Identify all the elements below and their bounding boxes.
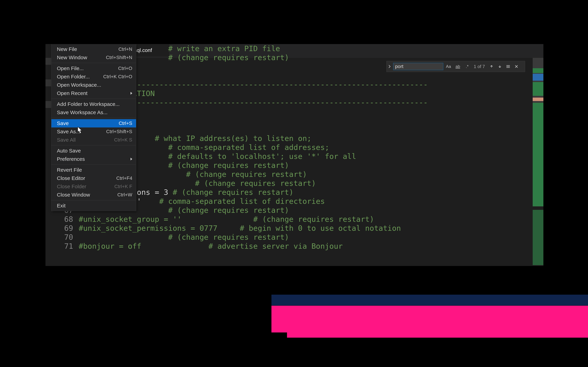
menu-item-label: Save Workspace As... bbox=[57, 109, 132, 115]
find-selection-icon[interactable] bbox=[505, 63, 511, 70]
menu-item-close-editor[interactable]: Close EditorCtrl+F4 bbox=[51, 174, 136, 182]
menu-item-shortcut: Ctrl+O bbox=[118, 66, 132, 71]
code-text: #unix_socket_permissions = 0777 # begin … bbox=[79, 224, 401, 233]
find-close-icon[interactable] bbox=[513, 63, 520, 70]
menu-item-label: Add Folder to Workspace... bbox=[57, 101, 132, 107]
code-text: # (change requires restart) bbox=[79, 233, 289, 242]
menu-item-open-workspace[interactable]: Open Workspace... bbox=[51, 81, 136, 89]
menu-item-label: New Window bbox=[57, 55, 106, 60]
code-text: #bonjour = off # advertise server via Bo… bbox=[79, 242, 343, 250]
menu-item-save-as[interactable]: Save As...Ctrl+Shift+S bbox=[51, 127, 136, 136]
menu-item-save-workspace-as[interactable]: Save Workspace As... bbox=[51, 108, 136, 117]
code-line: 69#unix_socket_permissions = 0777 # begi… bbox=[58, 224, 531, 233]
find-bar: port Aa ab .* 1 of 7 bbox=[386, 61, 525, 72]
menu-item-label: Save bbox=[57, 120, 119, 126]
chevron-right-icon bbox=[130, 158, 132, 160]
menu-separator bbox=[51, 118, 136, 118]
menu-item-label: Save All bbox=[57, 137, 114, 143]
pointer-cursor-icon bbox=[77, 126, 83, 134]
menu-item-label: Exit bbox=[57, 203, 132, 209]
code-line: 68#unix_socket_group = '' # (change requ… bbox=[58, 215, 531, 224]
menu-item-shortcut: Ctrl+K Ctrl+O bbox=[103, 74, 132, 79]
menu-item-new-window[interactable]: New WindowCtrl+Shift+N bbox=[51, 53, 136, 62]
menu-item-shortcut: Ctrl+Shift+S bbox=[106, 129, 132, 134]
menu-item-close-folder: Close FolderCtrl+K F bbox=[51, 182, 136, 191]
find-whole-word-button[interactable]: ab bbox=[454, 63, 462, 70]
menu-item-label: Open Workspace... bbox=[57, 82, 132, 88]
menu-separator bbox=[51, 164, 136, 165]
code-line: 70 # (change requires restart) bbox=[58, 233, 531, 242]
line-number: 69 bbox=[58, 224, 79, 233]
menu-item-label: Open File... bbox=[57, 66, 118, 71]
menu-item-revert-file[interactable]: Revert File bbox=[51, 166, 136, 174]
menu-item-label: Revert File bbox=[57, 167, 132, 173]
overlay-banner-strip bbox=[287, 332, 588, 338]
menu-item-label: Preferences bbox=[57, 156, 128, 162]
chevron-right-icon bbox=[130, 92, 132, 95]
menu-separator bbox=[51, 99, 136, 99]
menu-item-shortcut: Ctrl+F4 bbox=[116, 175, 132, 181]
menu-item-open-file[interactable]: Open File...Ctrl+O bbox=[51, 64, 136, 73]
find-next-icon[interactable] bbox=[496, 63, 503, 70]
menu-separator bbox=[51, 145, 136, 145]
menu-item-shortcut: Ctrl+Shift+N bbox=[106, 55, 132, 60]
menu-item-save-all: Save AllCtrl+K S bbox=[51, 136, 136, 144]
file-menu: New FileCtrl+NNew WindowCtrl+Shift+NOpen… bbox=[51, 44, 136, 211]
minimap[interactable] bbox=[533, 58, 543, 266]
find-expand-icon[interactable] bbox=[387, 61, 392, 72]
line-number: 70 bbox=[58, 233, 79, 242]
menu-item-shortcut: Ctrl+K S bbox=[114, 137, 132, 143]
menu-item-add-folder-to-workspace[interactable]: Add Folder to Workspace... bbox=[51, 100, 136, 108]
editor-window: sql.conf ile = '' # write an extra PID f… bbox=[45, 44, 543, 266]
menu-item-label: Close Window bbox=[57, 192, 117, 198]
menu-item-shortcut: Ctrl+S bbox=[119, 121, 132, 126]
line-number: 71 bbox=[58, 242, 79, 250]
menu-item-label: Auto Save bbox=[57, 148, 132, 154]
find-results: 1 of 7 bbox=[474, 64, 485, 69]
menu-item-shortcut: Ctrl+K F bbox=[114, 184, 132, 189]
menu-item-label: Close Editor bbox=[57, 175, 116, 181]
find-input[interactable]: port bbox=[393, 63, 443, 70]
menu-item-label: Open Folder... bbox=[57, 74, 103, 80]
overlay-banner-top bbox=[271, 295, 588, 306]
menu-item-label: New File bbox=[57, 46, 118, 52]
menu-item-new-file[interactable]: New FileCtrl+N bbox=[51, 45, 136, 53]
menu-item-exit[interactable]: Exit bbox=[51, 201, 136, 210]
overlay-banner-main bbox=[271, 306, 588, 333]
line-number: 68 bbox=[58, 215, 79, 224]
menu-item-close-window[interactable]: Close WindowCtrl+W bbox=[51, 191, 136, 199]
menu-item-auto-save[interactable]: Auto Save bbox=[51, 147, 136, 155]
menu-item-preferences[interactable]: Preferences bbox=[51, 155, 136, 163]
code-text: #unix_socket_group = '' # (change requir… bbox=[79, 215, 374, 224]
menu-item-shortcut: Ctrl+N bbox=[118, 46, 132, 52]
find-regex-button[interactable]: .* bbox=[463, 63, 471, 70]
find-match-case-button[interactable]: Aa bbox=[444, 63, 453, 70]
menu-item-open-recent[interactable]: Open Recent bbox=[51, 89, 136, 97]
menu-separator bbox=[51, 63, 136, 63]
menu-item-shortcut: Ctrl+W bbox=[117, 192, 132, 198]
menu-item-open-folder[interactable]: Open Folder...Ctrl+K Ctrl+O bbox=[51, 73, 136, 81]
menu-item-save[interactable]: SaveCtrl+S bbox=[51, 119, 136, 127]
code-line: 71#bonjour = off # advertise server via … bbox=[58, 242, 531, 250]
find-prev-icon[interactable] bbox=[488, 63, 495, 70]
menu-item-label: Close Folder bbox=[57, 184, 114, 190]
menu-item-label: Open Recent bbox=[57, 90, 128, 96]
